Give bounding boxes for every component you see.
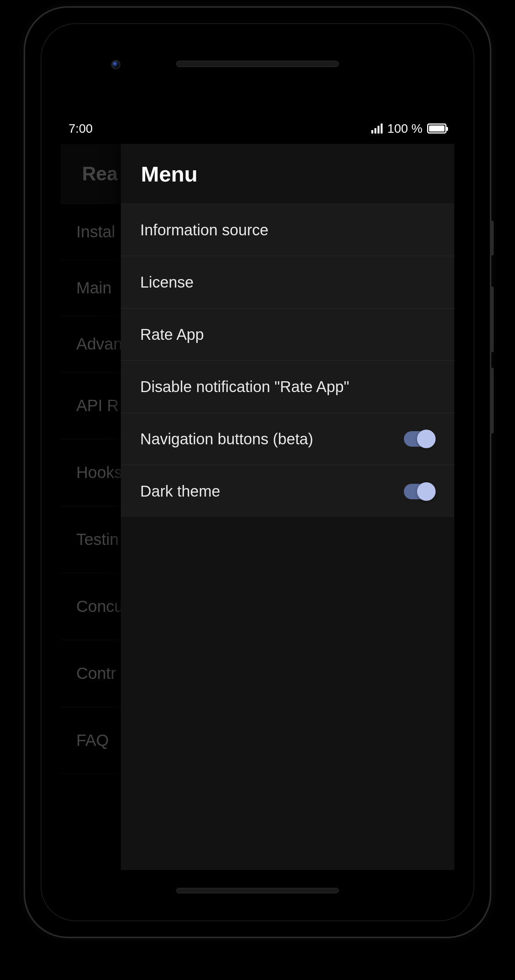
status-bar: 7:00 100 % [61,113,454,144]
toggle-navigation-buttons[interactable] [404,431,435,447]
menu-drawer: Menu Information source License Rate App [121,144,454,870]
menu-item-license[interactable]: License [121,256,454,308]
menu-item-navigation-buttons[interactable]: Navigation buttons (beta) [121,413,454,465]
volume-down-button [490,368,494,433]
power-button [490,221,494,255]
drawer-title-text: Menu [141,161,197,187]
battery-icon [427,123,446,134]
status-time: 7:00 [69,122,93,136]
menu-item-label: Rate App [140,326,204,343]
toggle-knob [417,430,436,448]
menu-item-label: Navigation buttons (beta) [140,430,313,448]
menu-item-label: License [140,274,194,291]
bottom-speaker [176,888,339,893]
volume-up-button [490,286,494,352]
signal-icon [371,123,383,134]
menu-item-disable-rate-notification[interactable]: Disable notification "Rate App" [121,361,454,413]
toggle-knob [417,482,436,501]
status-right: 100 % [371,122,446,136]
top-speaker [176,61,339,67]
phone-device-frame: 7:00 100 % Rea Insta [25,8,490,937]
menu-item-label: Disable notification "Rate App" [140,378,349,396]
menu-item-label: Dark theme [140,483,220,500]
screen: 7:00 100 % Rea Insta [61,113,454,870]
phone-frame: 7:00 100 % Rea Insta [41,23,474,921]
front-camera [111,60,120,69]
menu-list: Information source License Rate App Disa… [121,204,454,518]
drawer-title: Menu [121,144,454,204]
toggle-dark-theme[interactable] [404,484,435,499]
app-content: Rea Instal Main Advan API R Hooks Testin… [61,144,454,870]
menu-item-information-source[interactable]: Information source [121,204,454,256]
menu-item-dark-theme[interactable]: Dark theme [121,465,454,517]
menu-item-rate-app[interactable]: Rate App [121,308,454,361]
menu-item-label: Information source [140,221,268,239]
battery-percent: 100 % [387,122,422,136]
